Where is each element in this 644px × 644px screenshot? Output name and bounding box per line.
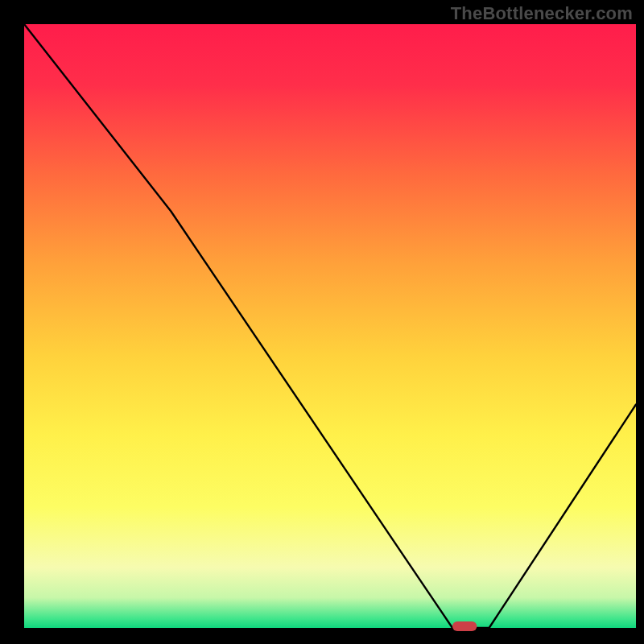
watermark-text: TheBottlenecker.com [451,3,633,24]
bottleneck-chart [0,0,644,644]
optimal-point-marker [452,621,477,631]
plot-background [24,24,636,628]
chart-frame: TheBottlenecker.com [0,0,644,644]
